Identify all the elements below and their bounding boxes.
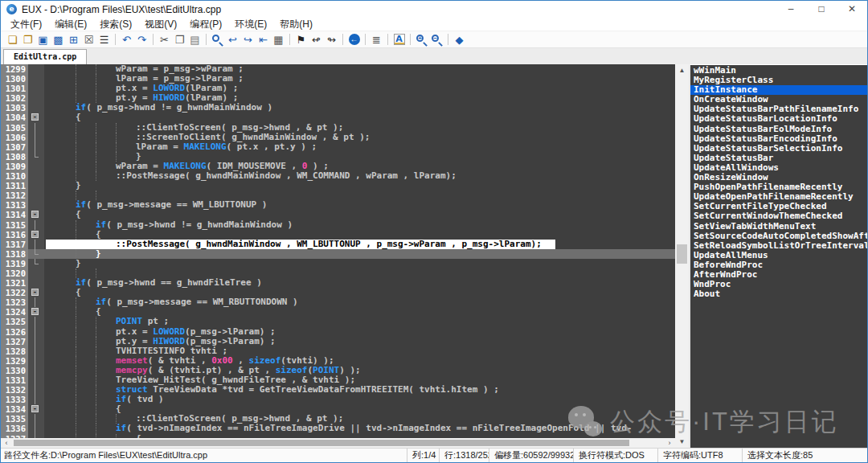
code-line-1300[interactable]: 1300lParam = p_msg->lParam ;: [1, 74, 675, 84]
previous-bookmark-icon[interactable]: ↫: [309, 33, 324, 47]
symbol-item-setviewtabwidthmenutext[interactable]: SetViewTabWidthMenuText: [690, 222, 867, 232]
code-text[interactable]: {: [44, 307, 675, 317]
symbol-item-beforewndproc[interactable]: BeforeWndProc: [690, 260, 867, 270]
code-line-1327[interactable]: 1327pt.y = HIWORD(p_msg->lParam) ;: [1, 337, 675, 346]
code-line-1301[interactable]: 1301pt.x = LOWORD(lParam) ;: [1, 84, 675, 93]
toggle-bookmark-icon[interactable]: ⚑: [293, 33, 309, 47]
replace-icon[interactable]: ⇤: [256, 33, 271, 47]
menu-item-3[interactable]: 视图(V): [138, 18, 183, 31]
find-previous-icon[interactable]: ↩: [225, 33, 240, 47]
symbol-item-updateallwindows[interactable]: UpdateAllWindows: [690, 163, 867, 173]
code-text[interactable]: if( tvd->nImageIndex == nFileTreeImageDr…: [44, 424, 675, 433]
find-icon[interactable]: [210, 33, 225, 47]
code-text[interactable]: wParam = p_msg->wParam ;: [44, 64, 675, 74]
code-text[interactable]: TreeView_HitTest( g_hwndFileTree , & tvh…: [44, 375, 675, 385]
symbol-item-setcurrentwindowthemechecked[interactable]: SetCurrentWindowThemeChecked: [690, 211, 867, 221]
paste-icon[interactable]: ▤: [187, 33, 203, 47]
code-text[interactable]: pt.y = HIWORD(p_msg->lParam) ;: [44, 337, 675, 346]
scroll-down-icon[interactable]: ▼: [675, 436, 689, 448]
symbol-item-updateopenpathfilenamerecently[interactable]: UpdateOpenPathFilenameRecently: [690, 192, 867, 202]
code-line-1314[interactable]: 1314-{: [1, 210, 675, 219]
code-text[interactable]: wParam = MAKELONG( IDM_MOUSEMOVE , 0 ) ;: [44, 162, 675, 171]
menu-item-5[interactable]: 环境(E): [228, 18, 273, 31]
code-line-1330[interactable]: 1330memcpy( & (tvhti.pt) , & pt , sizeof…: [1, 366, 675, 375]
zoom-in-icon[interactable]: +: [414, 33, 429, 47]
line-options-icon[interactable]: ≣: [369, 33, 384, 47]
vertical-scrollbar[interactable]: ▲ ▼: [675, 64, 689, 448]
new-file-icon[interactable]: ❏: [5, 33, 20, 47]
code-text[interactable]: struct TreeViewData *tvd = GetTreeViewDa…: [44, 385, 675, 395]
symbol-item-updatestatusbarencodinginfo[interactable]: UpdateStatusBarEncodingInfo: [690, 134, 867, 144]
save-file-icon[interactable]: ▣: [35, 33, 51, 47]
code-line-1333[interactable]: 1333if( tvd ): [1, 395, 675, 404]
navigate-back-icon[interactable]: ←: [346, 33, 362, 47]
code-text[interactable]: if( p_msg->hwnd == g_hwndFileTree ): [44, 278, 675, 288]
horizontal-scrollbar-thumb[interactable]: [14, 440, 629, 446]
scroll-left-icon[interactable]: ‹: [1, 438, 12, 448]
symbol-item-onresizewindow[interactable]: OnResizeWindow: [690, 173, 867, 182]
code-text[interactable]: lParam = MAKELONG( pt.x , pt.y ) ;: [44, 142, 675, 152]
code-text[interactable]: if( p_msg->hwnd != g_hwndMainWindow ): [44, 220, 675, 230]
close-file-icon[interactable]: ☒: [81, 33, 96, 47]
code-text[interactable]: [44, 191, 675, 200]
symbol-item-myregisterclass[interactable]: MyRegisterClass: [690, 76, 867, 85]
code-text[interactable]: }: [44, 152, 675, 162]
replace-in-files-icon[interactable]: ▦: [271, 33, 286, 47]
code-text[interactable]: }: [44, 249, 675, 259]
maximize-button[interactable]: □: [806, 1, 837, 18]
symbol-item-wndproc[interactable]: WndProc: [690, 280, 867, 289]
code-line-1313[interactable]: 1313if( p_msg->message == WM_LBUTTONUP ): [1, 200, 675, 210]
code-line-1326[interactable]: 1326pt.x = LOWORD(p_msg->lParam) ;: [1, 327, 675, 337]
code-line-1317[interactable]: 1317::PostMessage( g_hwndMainWindow , WM…: [1, 240, 675, 249]
code-line-1309[interactable]: 1309wParam = MAKELONG( IDM_MOUSEMOVE , 0…: [1, 162, 675, 171]
code-text[interactable]: ::PostMessage( g_hwndMainWindow , WM_COM…: [44, 171, 675, 181]
code-text[interactable]: ::ClientToScreen( p_msg->hwnd , & pt );: [44, 414, 675, 424]
code-line-1303[interactable]: 1303if( p_msg->hwnd != g_hwndMainWindow …: [1, 103, 675, 113]
code-text[interactable]: if( p_msg->hwnd != g_hwndMainWindow ): [44, 103, 675, 113]
code-line-1321[interactable]: 1321if( p_msg->hwnd == g_hwndFileTree ): [1, 278, 675, 288]
code-line-1302[interactable]: 1302pt.y = HIWORD(lParam) ;: [1, 93, 675, 103]
code-line-1335[interactable]: 1335::ClientToScreen( p_msg->hwnd , & pt…: [1, 414, 675, 424]
vertical-scrollbar-thumb[interactable]: [677, 244, 687, 264]
close-button[interactable]: ✕: [837, 1, 867, 18]
new-from-template-icon[interactable]: ❐: [20, 33, 35, 47]
undo-icon[interactable]: ↶: [119, 33, 134, 47]
symbol-item-updatestatusbarselectioninfo[interactable]: UpdateStatusBarSelectionInfo: [690, 144, 867, 154]
code-line-1315[interactable]: 1315if( p_msg->hwnd != g_hwndMainWindow …: [1, 220, 675, 230]
symbol-item-wwinmain[interactable]: wWinMain: [690, 66, 867, 76]
code-text[interactable]: if( tvd ): [44, 395, 675, 404]
code-text[interactable]: {: [44, 230, 675, 240]
code-line-1304[interactable]: 1304-{: [1, 113, 675, 122]
code-line-1308[interactable]: 1308}: [1, 152, 675, 162]
fold-collapse-icon[interactable]: -: [31, 405, 39, 412]
code-line-1307[interactable]: 1307lParam = MAKELONG( pt.x , pt.y ) ;: [1, 142, 675, 152]
code-line-1311[interactable]: 1311}: [1, 181, 675, 191]
code-text[interactable]: TVHITTESTINFO tvhti ;: [44, 346, 675, 356]
code-editor[interactable]: 1299wParam = p_msg->wParam ;1300lParam =…: [1, 64, 675, 438]
fold-collapse-icon[interactable]: -: [31, 211, 39, 218]
symbol-item-updateallmenus[interactable]: UpdateAllMenus: [690, 251, 867, 260]
code-text[interactable]: ::ClientToScreen( p_msg->hwnd , & pt );: [44, 123, 675, 133]
code-line-1306[interactable]: 1306::ScreenToClient( g_hwndMainWindow ,…: [1, 133, 675, 142]
code-text[interactable]: }: [44, 259, 675, 268]
code-line-1325[interactable]: 1325POINT pt ;: [1, 317, 675, 326]
scroll-right-icon[interactable]: ›: [664, 438, 675, 448]
menu-item-0[interactable]: 文件(F): [4, 18, 48, 31]
code-line-1305[interactable]: 1305::ClientToScreen( p_msg->hwnd , & pt…: [1, 123, 675, 133]
save-all-files-icon[interactable]: ⊞: [66, 33, 81, 47]
symbol-item-about[interactable]: About: [690, 289, 867, 299]
fold-collapse-icon[interactable]: -: [31, 289, 39, 296]
code-line-1324[interactable]: 1324-{: [1, 307, 675, 317]
syntax-color-icon[interactable]: A: [391, 33, 407, 47]
code-line-1331[interactable]: 1331TreeView_HitTest( g_hwndFileTree , &…: [1, 375, 675, 385]
symbol-item-oncreatewindow[interactable]: OnCreateWindow: [690, 95, 867, 104]
menu-item-4[interactable]: 编程(P): [183, 18, 228, 31]
code-text[interactable]: POINT pt ;: [44, 317, 675, 326]
code-text[interactable]: ::PostMessage( g_hwndMainWindow , WM_LBU…: [44, 240, 675, 249]
code-text[interactable]: ::ScreenToClient( g_hwndMainWindow , & p…: [44, 133, 675, 142]
code-text[interactable]: {: [44, 210, 675, 219]
code-text[interactable]: pt.x = LOWORD(p_msg->lParam) ;: [44, 327, 675, 337]
code-line-1329[interactable]: 1329memset( & tvhti , 0x00 , sizeof(tvht…: [1, 356, 675, 366]
code-line-1318[interactable]: 1318}: [1, 249, 675, 259]
symbol-item-updatestatusbareolmodeinfo[interactable]: UpdateStatusBarEolModeInfo: [690, 125, 867, 134]
